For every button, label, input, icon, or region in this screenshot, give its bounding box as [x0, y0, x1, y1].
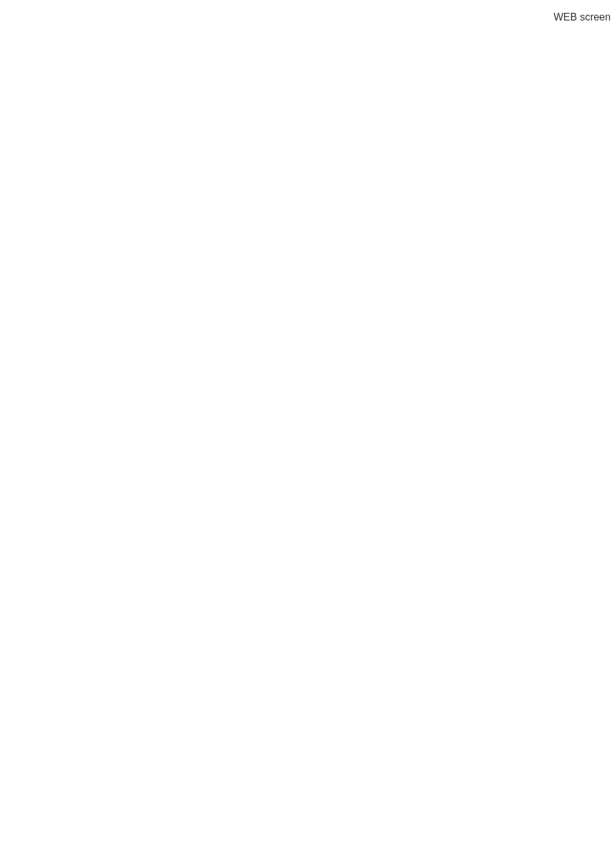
- page-corner-label: WEB screen: [0, 0, 612, 23]
